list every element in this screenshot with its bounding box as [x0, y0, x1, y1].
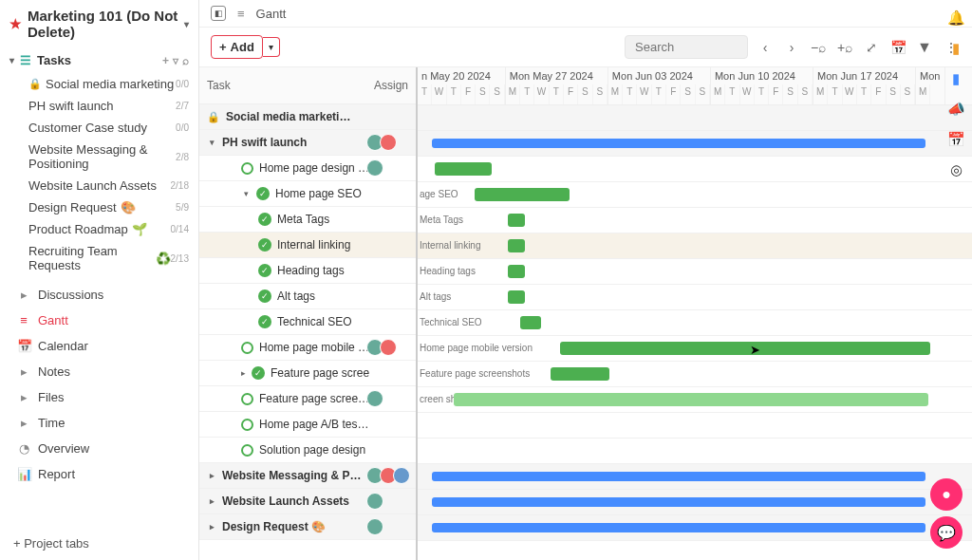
add-dropdown[interactable]: ▾ — [263, 37, 280, 57]
gantt-bar[interactable] — [454, 393, 928, 406]
gantt-bar[interactable] — [551, 367, 609, 381]
fab-message[interactable]: 💬 — [930, 516, 963, 549]
task-row[interactable]: ✓Internal linking — [199, 233, 416, 258]
task-row[interactable]: ✓Technical SEO — [199, 309, 416, 335]
task-row[interactable]: Solution page design — [199, 438, 416, 463]
sidebar-item[interactable]: PH swift launch2/7 — [0, 95, 198, 117]
task-row[interactable]: ▸Website Launch Assets — [199, 489, 416, 514]
sidebar-item[interactable]: Design Request🎨5/9 — [0, 196, 198, 218]
status-done-icon[interactable]: ✓ — [258, 289, 271, 303]
nav-item[interactable]: ▸Time — [0, 410, 198, 436]
status-open-icon[interactable] — [241, 393, 253, 405]
gantt-bar[interactable] — [520, 316, 541, 329]
note-icon[interactable]: ▮ — [947, 40, 964, 57]
task-row[interactable]: ▸✓Feature page scree… — [199, 361, 416, 386]
task-row[interactable]: ✓Meta Tags — [199, 207, 416, 233]
zoom-in-icon[interactable]: +⌕ — [835, 40, 854, 55]
status-done-icon[interactable]: ✓ — [252, 366, 265, 380]
timeline-row[interactable] — [418, 490, 972, 515]
next-icon[interactable]: › — [782, 40, 801, 55]
timeline-row[interactable]: Heading tags — [418, 259, 972, 285]
toggle-icon[interactable]: ▸ — [207, 471, 216, 480]
sidebar-item[interactable]: Product Roadmap🌱0/14 — [0, 218, 198, 240]
prev-icon[interactable]: ‹ — [756, 40, 775, 55]
timeline-row[interactable] — [418, 413, 972, 439]
status-done-icon[interactable]: ✓ — [256, 187, 270, 200]
search-input[interactable] — [625, 35, 748, 59]
add-button[interactable]: +Add — [211, 35, 263, 59]
search-icon[interactable]: ⌕ — [182, 54, 189, 67]
nav-item[interactable]: ≡Gantt — [0, 308, 198, 333]
gantt-bar[interactable] — [432, 523, 925, 532]
avatar[interactable] — [380, 339, 397, 356]
timeline-row[interactable] — [418, 105, 972, 131]
gantt-bar[interactable] — [508, 265, 525, 278]
timeline-row[interactable]: Meta Tags — [418, 208, 972, 233]
toggle-icon[interactable]: ▸ — [207, 496, 216, 506]
timeline-row[interactable]: age SEO — [418, 182, 972, 208]
toggle-icon[interactable]: ▾ — [207, 138, 216, 147]
status-open-icon[interactable] — [241, 342, 253, 354]
toggle-icon[interactable]: ▸ — [207, 522, 216, 532]
sidebar-item[interactable]: 🔒Social media marketing0/0 — [0, 73, 198, 95]
timeline[interactable]: n May 20 2024TWTFSSMon May 27 2024MTWTFS… — [418, 67, 972, 560]
task-row[interactable]: ▾PH swift launch — [199, 130, 416, 156]
avatar[interactable] — [380, 134, 397, 151]
gantt-bar[interactable] — [435, 162, 492, 176]
task-row[interactable]: ✓Alt tags — [199, 284, 416, 309]
status-open-icon[interactable] — [241, 444, 253, 457]
toggle-icon[interactable]: ▸ — [241, 368, 246, 378]
timeline-row[interactable]: Internal linking — [418, 233, 972, 259]
task-row[interactable]: Home page mobile … — [199, 335, 416, 361]
timeline-row[interactable]: creen shot implementation — [418, 387, 972, 413]
avatar[interactable] — [366, 390, 383, 407]
panel-toggle-icon[interactable]: ◧ — [211, 6, 226, 21]
today-icon[interactable]: 📅 — [888, 40, 907, 55]
nav-item[interactable]: 📊Report — [0, 461, 198, 487]
status-open-icon[interactable] — [241, 162, 253, 175]
timeline-row[interactable] — [418, 464, 972, 490]
task-row[interactable]: ▸Design Request 🎨 — [199, 514, 416, 540]
bell-icon[interactable]: 🔔 — [947, 9, 964, 27]
task-row[interactable]: ▸Website Messaging & P… — [199, 463, 416, 489]
gantt-bar[interactable] — [508, 239, 525, 252]
timeline-row[interactable]: Technical SEO — [418, 310, 972, 336]
sidebar-item[interactable]: Website Messaging & Positioning2/8 — [0, 139, 198, 175]
avatar[interactable] — [366, 518, 383, 535]
status-done-icon[interactable]: ✓ — [258, 238, 271, 252]
bookmark-icon[interactable]: ▮ — [947, 70, 964, 87]
status-done-icon[interactable]: ✓ — [258, 264, 271, 277]
fab-chat[interactable]: ● — [930, 478, 963, 511]
gantt-bar[interactable] — [432, 139, 925, 148]
fit-icon[interactable]: ⤢ — [862, 40, 881, 55]
task-row[interactable]: ✓Heading tags — [199, 258, 416, 284]
plus-icon[interactable]: + — [162, 54, 169, 67]
timeline-row[interactable]: Alt tags — [418, 285, 972, 310]
task-row[interactable]: Home page A/B tes… — [199, 412, 416, 438]
status-open-icon[interactable] — [241, 419, 253, 431]
filter-icon[interactable]: ▼ — [915, 39, 934, 56]
timeline-row[interactable] — [418, 131, 972, 157]
task-row[interactable]: 🔒Social media marketi… — [199, 104, 416, 130]
nav-item[interactable]: 📅Calendar — [0, 333, 198, 359]
zoom-out-icon[interactable]: −⌕ — [809, 40, 828, 55]
toggle-icon[interactable]: ▾ — [241, 189, 251, 198]
project-title[interactable]: ★ Marketing 101 (Do Not Delete) ▾ — [0, 0, 198, 47]
gantt-bar[interactable] — [475, 188, 570, 201]
gantt-bar[interactable] — [432, 497, 925, 507]
sidebar-item[interactable]: Recruiting Team Requests♻️2/13 — [0, 240, 198, 276]
nav-item[interactable]: ▸Notes — [0, 359, 198, 384]
megaphone-icon[interactable]: 📣 — [947, 101, 964, 118]
avatar[interactable] — [393, 467, 410, 484]
timeline-row[interactable]: Feature page screenshots — [418, 362, 972, 387]
status-done-icon[interactable]: ✓ — [258, 315, 271, 328]
gantt-bar[interactable] — [508, 290, 525, 304]
status-done-icon[interactable]: ✓ — [258, 213, 271, 226]
avatar[interactable] — [366, 493, 383, 510]
nav-item[interactable]: ▸Files — [0, 384, 198, 410]
filter-icon[interactable]: ▿ — [173, 54, 178, 67]
avatar[interactable] — [366, 159, 383, 177]
project-tabs-button[interactable]: + Project tabs — [0, 527, 198, 560]
timeline-row[interactable] — [418, 157, 972, 182]
nav-item[interactable]: ◔Overview — [0, 436, 198, 461]
